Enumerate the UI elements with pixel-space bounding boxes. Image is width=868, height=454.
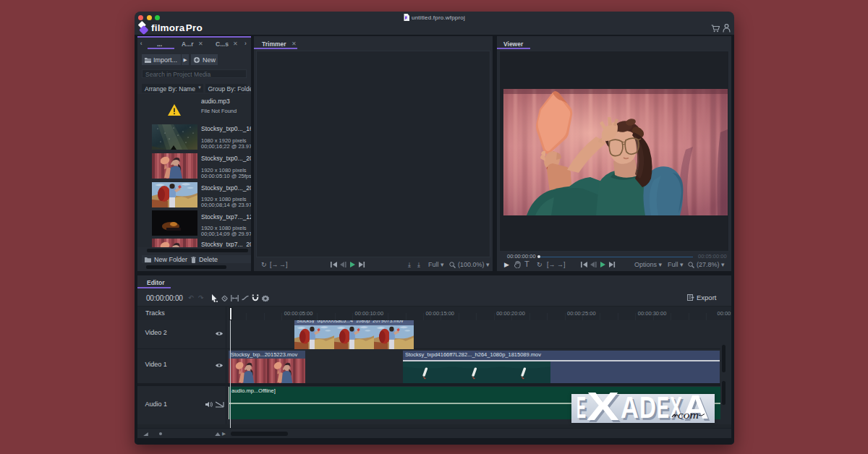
svg-text:E: E [576, 390, 586, 424]
svg-text:E: E [657, 390, 669, 424]
svg-text:com: com [678, 408, 699, 421]
svg-text:X: X [587, 384, 619, 429]
svg-text:D: D [639, 390, 656, 424]
svg-text:A: A [621, 390, 639, 424]
